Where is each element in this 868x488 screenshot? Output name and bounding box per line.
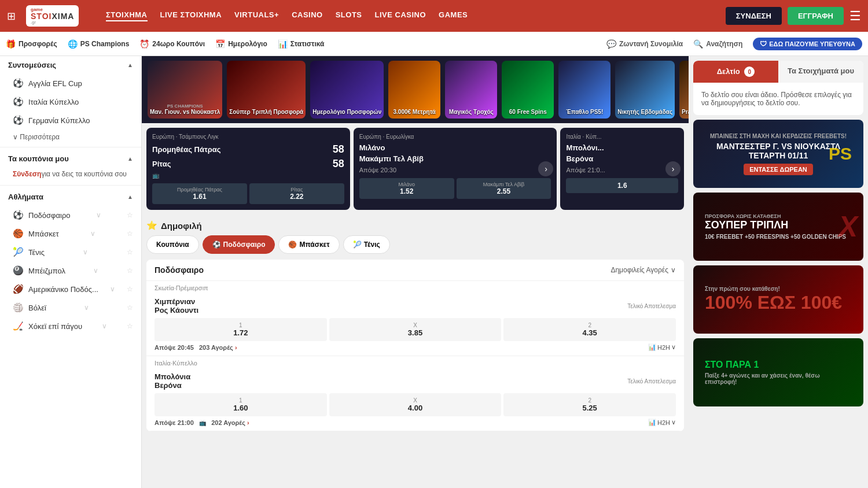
sec-nav-calendar[interactable]: 📅 Ημερολόγιο (215, 39, 267, 49)
sports-header[interactable]: Αθλήματα ▲ (0, 188, 141, 206)
sidebar-sport-basketball[interactable]: 🏀 Μπάσκετ ∨ ☆ (0, 224, 141, 243)
right-promo-100[interactable]: Στην πρώτη σου κατάθεση! 100% ΕΩΣ 100€ (693, 265, 863, 334)
promo-card-calendar[interactable]: Ημερολόγιο Προσφορών (310, 61, 384, 119)
match-competition-1: Ευρώπη · Τσάμπιονς Λιγκ (152, 134, 344, 140)
chevron-down-icon: ∨ (102, 322, 107, 330)
match-time-2: Απόψε 20:30 (359, 167, 551, 173)
star-icon[interactable]: ☆ (127, 304, 133, 312)
h2h-button-1[interactable]: 📊 H2H ∨ (648, 343, 676, 351)
sidebar-item-efl[interactable]: ⚽ Αγγλία EFL Cup (0, 74, 141, 93)
bar-chart-icon: 📊 (648, 419, 656, 426)
odd-1-btn[interactable]: 1 1.72 (155, 318, 327, 341)
nav-virtuals[interactable]: VIRTUALS+ (234, 10, 279, 21)
betslip-empty-message: Το δελτίο σου είναι άδειο. Πρόσθεσε επιλ… (701, 91, 855, 107)
betslip-tab-my-bets[interactable]: Τα Στοιχήματά μου (778, 61, 863, 83)
star-icon[interactable]: ☆ (127, 211, 133, 219)
sidebar-sport-american-football[interactable]: 🏈 Αμερικάνικο Ποδός... ∨ ☆ (0, 280, 141, 298)
sec-nav-ps-champions[interactable]: 🌐 PS Champions (68, 39, 130, 49)
odd-2-btn-2[interactable]: 2 5.25 (503, 393, 676, 416)
american-football-icon: 🏈 (13, 284, 24, 294)
result-label-2: Τελικό Αποτελεσμα (627, 378, 676, 385)
nav-games[interactable]: GAMES (439, 10, 468, 21)
grid-icon[interactable]: ⊞ (7, 10, 16, 23)
nav-casino[interactable]: CASINO (292, 10, 323, 21)
odd-1-btn-2[interactable]: 1 1.60 (155, 393, 327, 416)
nav-slots[interactable]: SLOTS (336, 10, 362, 21)
sec-nav-coupon[interactable]: ⏰ 24ωρο Κουπόνι (139, 39, 205, 49)
star-icon: ⭐ (146, 220, 157, 231)
star-icon[interactable]: ☆ (127, 267, 133, 275)
tab-tennis[interactable]: 🎾 Τένις (343, 235, 390, 254)
clock-icon: ⏰ (139, 39, 149, 49)
sidebar-sport-hockey[interactable]: 🏒 Χόκεϊ επί πάγου ∨ ☆ (0, 317, 141, 335)
chevron-up-icon: ▲ (127, 62, 133, 68)
hamburger-menu-icon[interactable]: ☰ (849, 9, 861, 24)
markets-link-2[interactable]: Απόψε 21:00 📺 202 Αγορές › (155, 419, 249, 426)
markets-link-1[interactable]: Απόψε 20:45 203 Αγορές › (155, 344, 237, 351)
login-button[interactable]: ΣΥΝΔΕΣΗ (726, 7, 782, 25)
odd-button-team1-1[interactable]: Προμηθέας Πάτρας 1.61 (152, 183, 247, 204)
chevron-down-icon: ∨ (671, 419, 676, 426)
more-shortcuts[interactable]: ∨ Περισσότερα (0, 130, 141, 145)
promo-card-winner[interactable]: Νικητής Εβδομάδας (615, 61, 675, 119)
sidebar-item-germany-cup[interactable]: ⚽ Γερμανία Κύπελλο (0, 111, 141, 130)
sidebar-sport-tennis[interactable]: 🎾 Τένις ∨ ☆ (0, 243, 141, 261)
nav-live-casino[interactable]: LIVE CASINO (375, 10, 426, 21)
sec-nav-stats[interactable]: 📊 Στατιστικά (278, 39, 325, 49)
tab-basketball[interactable]: 🏀 Μπάσκετ (278, 235, 339, 254)
sec-nav-chat[interactable]: 💬 Ζωντανή Συνομιλία (606, 39, 683, 49)
match-teams-1: Προμηθέας Πάτρας 58 Ρίτας 58 (152, 143, 344, 170)
odd-x-btn[interactable]: Χ 3.85 (329, 318, 502, 341)
match-teams-3: Μπολόνι... Βερόνα (566, 143, 678, 163)
sec-nav-search[interactable]: 🔍 Αναζήτηση (693, 39, 742, 49)
shortcuts-header[interactable]: Συντομεύσεις ▲ (0, 56, 141, 74)
promo-card-man-utd[interactable]: PS CHAMPIONS Μαν. Γιουν. vs Νιούκαστλ (148, 61, 222, 119)
odd-button-team1-3[interactable]: 1.6 (566, 178, 678, 193)
promo-card-super-triple[interactable]: Σούπερ Τριπλή Προσφορά (227, 61, 306, 119)
match-next-button-2[interactable]: › (538, 161, 553, 176)
sidebar-sport-baseball[interactable]: 🎱 Μπέιζμπολ ∨ ☆ (0, 261, 141, 280)
logo[interactable]: game STOIXIMA .gr (26, 5, 95, 27)
odd-x-btn-2[interactable]: Χ 4.00 (329, 393, 502, 416)
promo-card-free-spins[interactable]: 60 Free Spins (502, 61, 554, 119)
coupons-login-link[interactable]: Σύνδεση (13, 170, 41, 178)
register-button[interactable]: ΕΓΓΡΑΦΗ (788, 7, 844, 25)
sidebar-sport-volleyball[interactable]: 🏐 Βόλεϊ ∨ ☆ (0, 298, 141, 317)
odd-2-btn[interactable]: 2 4.35 (503, 318, 676, 341)
right-panel: Δελτίο 0 Τα Στοιχήματά μου Το δελτίο σου… (689, 56, 868, 488)
tab-football[interactable]: ⚽ Ποδόσφαιρο (203, 235, 275, 254)
odd-button-team2-2[interactable]: Μακάμπι Τελ Αβίβ 2.55 (457, 178, 551, 199)
right-promo-para[interactable]: ΣΤΟ ΠΑΡΑ 1 Παίξε 4+ αγώνες και αν χάσεις… (693, 338, 863, 406)
odd-button-team2-1[interactable]: Ρίτας 2.22 (249, 183, 344, 204)
betslip-tab-active[interactable]: Δελτίο 0 (693, 61, 778, 83)
match-next-button-3[interactable]: › (665, 161, 681, 176)
promo-card-pragmatic[interactable]: Pragmatic Buy Bonus (679, 61, 689, 119)
nav-live-stoixima[interactable]: LIVE ΣΤΟΙΧΗΜΑ (160, 10, 222, 21)
promo-card-cash[interactable]: 3.000€ Μετρητά (388, 61, 440, 119)
responsible-gaming-button[interactable]: 🛡 ΕΔΩ ΠΑΙΖΟΥΜΕ ΥΠΕΥΘΥΝΑ (753, 38, 862, 50)
popular-markets-dropdown[interactable]: Δημοφιλείς Αγορές ∨ (610, 266, 676, 274)
promo-card-ps5[interactable]: Έπαθλο PS5! (558, 61, 610, 119)
stats-icon: 📊 (278, 39, 288, 49)
h2h-button-2[interactable]: 📊 H2H ∨ (648, 419, 676, 426)
star-icon[interactable]: ☆ (127, 248, 133, 256)
sec-nav-offers[interactable]: 🎁 Προσφορές (6, 39, 57, 49)
promo-card-wheel[interactable]: Μαγικός Τροχός (445, 61, 497, 119)
sidebar-item-italy-cup[interactable]: ⚽ Ιταλία Κύπελλο (0, 93, 141, 111)
star-icon[interactable]: ☆ (127, 322, 133, 330)
odd-button-team1-2[interactable]: Μιλάνο 1.52 (359, 178, 454, 199)
football-icon: ⚽ (13, 78, 24, 88)
star-icon[interactable]: ☆ (127, 285, 133, 293)
calendar-icon: 📅 (215, 39, 225, 49)
tab-coupons[interactable]: Κουπόνια (146, 235, 199, 254)
right-promo-super-triple[interactable]: ΠΡΟΣΦΟΡΑ ΧΩΡΙΣ ΚΑΤΑΘΕΣΗ ΣΟΥΠΕΡ ΤΡΙΠΛΗ 10… (693, 193, 863, 261)
star-icon[interactable]: ☆ (127, 230, 133, 238)
chevron-up-icon: ▲ (127, 156, 133, 162)
league-label-1: Σκωτία·Πρέμιερσιπ (146, 281, 684, 293)
bar-chart-icon: 📊 (648, 343, 656, 351)
nav-stoixima[interactable]: ΣΤΟΙΧΗΜΑ (106, 10, 148, 21)
coupons-header[interactable]: Τα κουπόνια μου ▲ (0, 150, 141, 168)
right-promo-ps-champions[interactable]: ΜΠΑΙΝΕΙΣ ΣΤΗ ΜΑΧΗ ΚΑΙ ΚΕΡΔΙΖΕΙΣ FREEBETS… (693, 120, 863, 188)
sidebar-sport-football[interactable]: ⚽ Ποδόσφαιρο ∨ ☆ (0, 206, 141, 224)
promo-cta[interactable]: ΕΝΤΑΣΣΕ ΔΩΡΕΑΝ (744, 164, 813, 175)
